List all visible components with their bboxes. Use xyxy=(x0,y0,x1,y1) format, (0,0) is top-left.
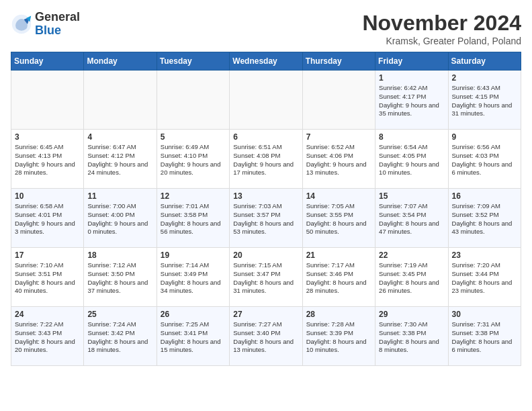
logo-icon xyxy=(11,13,32,35)
calendar-cell: 18Sunrise: 7:12 AM Sunset: 3:50 PM Dayli… xyxy=(84,248,157,307)
day-number: 12 xyxy=(161,191,226,201)
calendar-header-row: SundayMondayTuesdayWednesdayThursdayFrid… xyxy=(11,52,521,71)
calendar-cell: 20Sunrise: 7:15 AM Sunset: 3:47 PM Dayli… xyxy=(230,248,302,307)
day-number: 28 xyxy=(306,310,371,319)
day-info: Sunrise: 6:52 AM Sunset: 4:06 PM Dayligh… xyxy=(306,143,371,177)
day-number: 13 xyxy=(233,191,298,201)
day-number: 9 xyxy=(452,132,517,142)
calendar-cell: 29Sunrise: 7:30 AM Sunset: 3:38 PM Dayli… xyxy=(375,307,448,366)
day-info: Sunrise: 7:31 AM Sunset: 3:38 PM Dayligh… xyxy=(452,320,517,355)
title-block: November 2024 Kramsk, Greater Poland, Po… xyxy=(362,11,521,46)
calendar-cell xyxy=(157,71,229,130)
day-number: 15 xyxy=(379,191,444,201)
day-info: Sunrise: 7:00 AM Sunset: 4:00 PM Dayligh… xyxy=(87,202,152,236)
calendar-cell: 16Sunrise: 7:09 AM Sunset: 3:52 PM Dayli… xyxy=(448,189,521,248)
logo: General Blue xyxy=(11,11,80,38)
calendar-week-row: 24Sunrise: 7:22 AM Sunset: 3:43 PM Dayli… xyxy=(11,307,521,366)
calendar-cell xyxy=(230,71,302,130)
day-info: Sunrise: 7:30 AM Sunset: 3:38 PM Dayligh… xyxy=(379,320,444,355)
calendar-col-header: Thursday xyxy=(302,52,375,71)
calendar-cell xyxy=(84,71,157,130)
day-number: 8 xyxy=(379,132,444,142)
day-info: Sunrise: 7:22 AM Sunset: 3:43 PM Dayligh… xyxy=(15,320,80,355)
calendar-cell: 2Sunrise: 6:43 AM Sunset: 4:15 PM Daylig… xyxy=(448,71,521,130)
calendar-cell: 10Sunrise: 6:58 AM Sunset: 4:01 PM Dayli… xyxy=(11,189,84,248)
calendar-cell: 28Sunrise: 7:28 AM Sunset: 3:39 PM Dayli… xyxy=(302,307,375,366)
day-number: 7 xyxy=(306,132,371,142)
calendar-table: SundayMondayTuesdayWednesdayThursdayFrid… xyxy=(11,52,521,366)
month-title: November 2024 xyxy=(362,11,521,36)
day-number: 11 xyxy=(87,191,152,201)
calendar-cell: 5Sunrise: 6:49 AM Sunset: 4:10 PM Daylig… xyxy=(157,130,229,189)
calendar-cell: 24Sunrise: 7:22 AM Sunset: 3:43 PM Dayli… xyxy=(11,307,84,366)
calendar-col-header: Friday xyxy=(375,52,448,71)
calendar-cell: 7Sunrise: 6:52 AM Sunset: 4:06 PM Daylig… xyxy=(302,130,375,189)
calendar-cell: 19Sunrise: 7:14 AM Sunset: 3:49 PM Dayli… xyxy=(157,248,229,307)
day-info: Sunrise: 6:43 AM Sunset: 4:15 PM Dayligh… xyxy=(452,84,517,118)
calendar-cell xyxy=(302,71,375,130)
day-number: 4 xyxy=(87,132,152,142)
day-info: Sunrise: 7:09 AM Sunset: 3:52 PM Dayligh… xyxy=(452,202,517,236)
day-number: 16 xyxy=(452,191,517,201)
day-number: 19 xyxy=(161,250,226,260)
day-number: 26 xyxy=(161,310,226,319)
day-number: 23 xyxy=(452,250,517,260)
calendar-cell: 23Sunrise: 7:20 AM Sunset: 3:44 PM Dayli… xyxy=(448,248,521,307)
calendar-week-row: 3Sunrise: 6:45 AM Sunset: 4:13 PM Daylig… xyxy=(11,130,521,189)
calendar-cell: 3Sunrise: 6:45 AM Sunset: 4:13 PM Daylig… xyxy=(11,130,84,189)
calendar-cell: 26Sunrise: 7:25 AM Sunset: 3:41 PM Dayli… xyxy=(157,307,229,366)
day-info: Sunrise: 7:20 AM Sunset: 3:44 PM Dayligh… xyxy=(452,261,517,295)
day-number: 10 xyxy=(15,191,80,201)
logo-text: General Blue xyxy=(35,11,80,38)
calendar-cell: 1Sunrise: 6:42 AM Sunset: 4:17 PM Daylig… xyxy=(375,71,448,130)
day-info: Sunrise: 7:03 AM Sunset: 3:57 PM Dayligh… xyxy=(233,202,298,236)
day-info: Sunrise: 6:42 AM Sunset: 4:17 PM Dayligh… xyxy=(379,84,444,118)
day-info: Sunrise: 6:58 AM Sunset: 4:01 PM Dayligh… xyxy=(15,202,80,236)
day-number: 1 xyxy=(379,73,444,83)
day-number: 18 xyxy=(87,250,152,260)
calendar-cell: 4Sunrise: 6:47 AM Sunset: 4:12 PM Daylig… xyxy=(84,130,157,189)
day-number: 3 xyxy=(15,132,80,142)
day-number: 25 xyxy=(87,310,152,319)
day-info: Sunrise: 6:49 AM Sunset: 4:10 PM Dayligh… xyxy=(161,143,226,177)
day-info: Sunrise: 6:45 AM Sunset: 4:13 PM Dayligh… xyxy=(15,143,80,177)
calendar-cell: 6Sunrise: 6:51 AM Sunset: 4:08 PM Daylig… xyxy=(230,130,302,189)
calendar-col-header: Wednesday xyxy=(230,52,302,71)
day-info: Sunrise: 7:07 AM Sunset: 3:54 PM Dayligh… xyxy=(379,202,444,236)
calendar-cell xyxy=(11,71,84,130)
day-info: Sunrise: 7:14 AM Sunset: 3:49 PM Dayligh… xyxy=(161,261,226,295)
day-info: Sunrise: 7:05 AM Sunset: 3:55 PM Dayligh… xyxy=(306,202,371,236)
calendar-week-row: 10Sunrise: 6:58 AM Sunset: 4:01 PM Dayli… xyxy=(11,189,521,248)
calendar-cell: 25Sunrise: 7:24 AM Sunset: 3:42 PM Dayli… xyxy=(84,307,157,366)
day-number: 24 xyxy=(15,310,80,319)
page-header: General Blue November 2024 Kramsk, Great… xyxy=(11,11,521,46)
calendar-col-header: Monday xyxy=(84,52,157,71)
day-number: 6 xyxy=(233,132,298,142)
day-number: 22 xyxy=(379,250,444,260)
day-info: Sunrise: 7:28 AM Sunset: 3:39 PM Dayligh… xyxy=(306,320,371,355)
calendar-body: 1Sunrise: 6:42 AM Sunset: 4:17 PM Daylig… xyxy=(11,71,521,366)
day-number: 27 xyxy=(233,310,298,319)
calendar-cell: 30Sunrise: 7:31 AM Sunset: 3:38 PM Dayli… xyxy=(448,307,521,366)
calendar-cell: 14Sunrise: 7:05 AM Sunset: 3:55 PM Dayli… xyxy=(302,189,375,248)
day-number: 30 xyxy=(452,310,517,319)
calendar-cell: 8Sunrise: 6:54 AM Sunset: 4:05 PM Daylig… xyxy=(375,130,448,189)
calendar-col-header: Saturday xyxy=(448,52,521,71)
day-info: Sunrise: 7:27 AM Sunset: 3:40 PM Dayligh… xyxy=(233,320,298,355)
day-info: Sunrise: 7:15 AM Sunset: 3:47 PM Dayligh… xyxy=(233,261,298,295)
day-info: Sunrise: 6:47 AM Sunset: 4:12 PM Dayligh… xyxy=(87,143,152,177)
day-info: Sunrise: 7:24 AM Sunset: 3:42 PM Dayligh… xyxy=(87,320,152,355)
calendar-cell: 21Sunrise: 7:17 AM Sunset: 3:46 PM Dayli… xyxy=(302,248,375,307)
calendar-cell: 15Sunrise: 7:07 AM Sunset: 3:54 PM Dayli… xyxy=(375,189,448,248)
day-info: Sunrise: 7:12 AM Sunset: 3:50 PM Dayligh… xyxy=(87,261,152,295)
day-info: Sunrise: 7:01 AM Sunset: 3:58 PM Dayligh… xyxy=(161,202,226,236)
day-number: 5 xyxy=(161,132,226,142)
calendar-cell: 12Sunrise: 7:01 AM Sunset: 3:58 PM Dayli… xyxy=(157,189,229,248)
day-info: Sunrise: 6:54 AM Sunset: 4:05 PM Dayligh… xyxy=(379,143,444,177)
calendar-col-header: Tuesday xyxy=(157,52,229,71)
calendar-col-header: Sunday xyxy=(11,52,84,71)
day-number: 21 xyxy=(306,250,371,260)
day-number: 20 xyxy=(233,250,298,260)
calendar-week-row: 17Sunrise: 7:10 AM Sunset: 3:51 PM Dayli… xyxy=(11,248,521,307)
calendar-cell: 11Sunrise: 7:00 AM Sunset: 4:00 PM Dayli… xyxy=(84,189,157,248)
